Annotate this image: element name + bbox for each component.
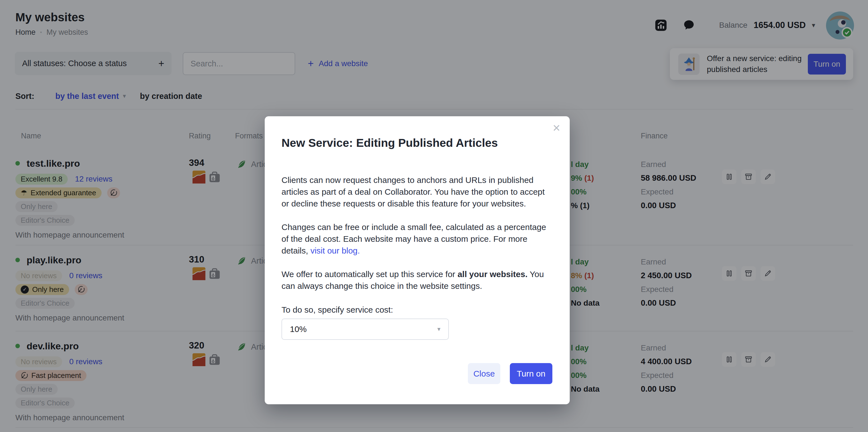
modal-turn-on-button[interactable]: Turn on bbox=[510, 363, 552, 384]
modal-paragraph-1: Clients can now request changes to ancho… bbox=[281, 174, 550, 209]
new-service-modal: × New Service: Editing Published Article… bbox=[265, 116, 570, 404]
app-root: My websites Home • My websites Balance bbox=[0, 0, 868, 432]
modal-paragraph-4: To do so, specify service cost: bbox=[281, 304, 550, 316]
modal-paragraph-2: Changes can be free or include a small f… bbox=[281, 221, 550, 257]
modal-paragraph-3: We offer to automatically set up this se… bbox=[281, 268, 550, 292]
close-icon[interactable]: × bbox=[553, 121, 560, 134]
modal-close-button[interactable]: Close bbox=[468, 363, 500, 384]
service-cost-value: 10% bbox=[290, 324, 307, 334]
chevron-down-icon: ▾ bbox=[437, 325, 440, 333]
visit-blog-link[interactable]: visit our blog. bbox=[310, 246, 360, 255]
service-cost-select[interactable]: 10% ▾ bbox=[281, 319, 449, 340]
modal-title: New Service: Editing Published Articles bbox=[281, 137, 498, 150]
